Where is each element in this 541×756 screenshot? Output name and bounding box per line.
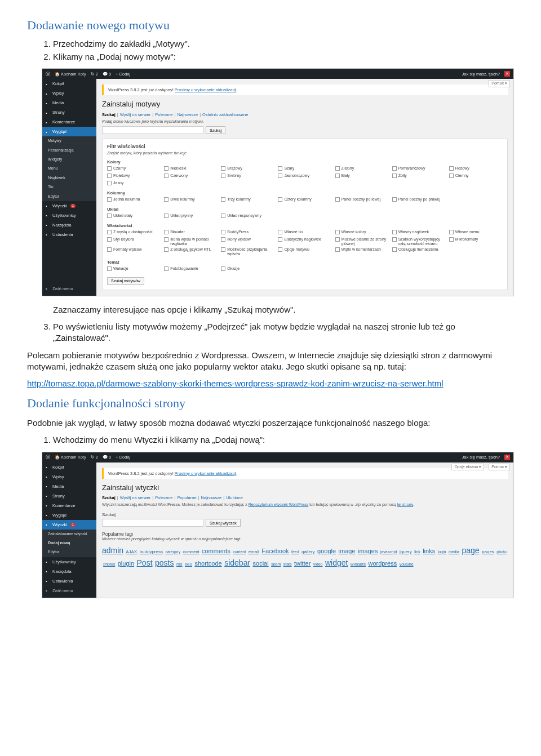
filter-checkbox[interactable]: Srebrny — [221, 174, 274, 180]
sidebar-item[interactable]: Zainstalowane wtyczki — [42, 530, 96, 539]
tag-link[interactable]: posts — [155, 558, 174, 567]
sidebar-item[interactable]: •Wygląd — [42, 127, 96, 136]
filter-checkbox[interactable]: Okazje — [221, 266, 274, 273]
filter-checkbox[interactable]: Własne menu — [449, 230, 503, 236]
filter-checkbox[interactable]: Brązowy — [221, 166, 274, 172]
greeting[interactable]: Jak się masz, tjach? — [462, 72, 500, 77]
comments-icon[interactable]: 💬 0 — [103, 455, 111, 460]
filter-checkbox[interactable]: Dwie kolumny — [164, 197, 218, 203]
search-input[interactable] — [102, 519, 203, 527]
sidebar-item[interactable]: •Wpisy — [42, 472, 96, 482]
tag-link[interactable]: rss — [176, 562, 183, 567]
filter-checkbox[interactable]: Obsługuje tłumaczenia — [392, 247, 446, 256]
filter-checkbox[interactable]: Trzy kolumny — [221, 197, 274, 203]
tag-link[interactable]: admin — [102, 546, 123, 555]
tag-link[interactable]: AJAX — [126, 549, 137, 554]
tag-link[interactable]: content — [233, 550, 246, 554]
filter-checkbox[interactable]: Fotoblogowanie — [164, 266, 218, 273]
tab[interactable]: Ostatnio zaktualizowane — [202, 112, 248, 117]
tag-link[interactable]: jquery — [400, 549, 412, 554]
filter-checkbox[interactable]: Pomarańczowy — [392, 166, 446, 172]
filter-checkbox[interactable]: Własne tło — [278, 230, 331, 236]
filter-checkbox[interactable]: Jasnobrązowy — [278, 174, 331, 180]
tab[interactable]: Popularne — [177, 495, 196, 500]
sidebar-item[interactable]: •Strony — [42, 108, 96, 117]
tag-link[interactable]: category — [165, 550, 180, 554]
sidebar-item[interactable]: •Komentarze — [42, 117, 96, 127]
filter-checkbox[interactable]: Panel boczny po lewej — [335, 197, 389, 203]
upload-link[interactable]: tej strony — [397, 502, 413, 506]
filter-checkbox[interactable]: Wakacje — [107, 266, 161, 273]
wp-logo-icon[interactable]: ⓦ — [46, 72, 50, 77]
filter-checkbox[interactable]: Opcje motywu — [278, 247, 331, 256]
filter-checkbox[interactable]: Jasny — [107, 181, 161, 187]
sidebar-item[interactable]: Motywy — [42, 136, 96, 145]
tag-link[interactable]: youtube — [400, 562, 414, 566]
tag-link[interactable]: media — [449, 550, 459, 554]
filter-checkbox[interactable]: Układ płynny — [164, 214, 218, 220]
sidebar-item[interactable]: •Kokpit — [42, 463, 96, 472]
sidebar-item[interactable]: •Komentarze — [42, 501, 96, 510]
screen-options-tab[interactable]: Opcje ekranu ▾ — [451, 464, 484, 470]
tag-link[interactable]: comment — [183, 550, 199, 554]
sidebar-item[interactable]: •Media — [42, 482, 96, 491]
filter-checkbox[interactable]: Zielony — [335, 166, 389, 172]
sidebar-item[interactable]: •Media — [42, 98, 96, 108]
wp-logo-icon[interactable]: ⓦ — [46, 455, 50, 460]
sidebar-item[interactable]: •Narzędzia — [42, 220, 96, 230]
filter-checkbox[interactable]: Formaty wpisów — [107, 247, 161, 256]
tag-link[interactable]: feed — [291, 550, 299, 554]
tag-link[interactable]: spam — [271, 562, 281, 566]
add-new[interactable]: + Dodaj — [116, 72, 130, 77]
add-new[interactable]: + Dodaj — [116, 455, 130, 460]
tag-link[interactable]: comments — [202, 548, 230, 554]
tag-link[interactable]: wordpress — [368, 560, 397, 567]
filter-checkbox[interactable]: Ikony wpisów — [221, 237, 274, 246]
comments-icon[interactable]: 💬 0 — [103, 72, 111, 77]
help-tab[interactable]: Pomoc ▾ — [489, 80, 510, 87]
search-input[interactable] — [102, 126, 203, 134]
filter-checkbox[interactable]: Możliwe pisanie ze strony głównej — [335, 237, 389, 246]
tag-link[interactable]: Post — [137, 558, 153, 567]
tag-link[interactable]: photos — [103, 562, 115, 566]
sidebar-item[interactable]: •Wtyczki1 — [42, 201, 96, 211]
sidebar-item[interactable]: •Zwiń menu — [42, 586, 96, 595]
tag-link[interactable]: seo — [185, 562, 192, 567]
tag-link[interactable]: Facebook — [261, 548, 289, 554]
sidebar-item[interactable]: Tło — [42, 183, 96, 192]
filter-checkbox[interactable]: Różowy — [449, 166, 503, 172]
search-themes-button[interactable]: Szukaj motywów — [107, 277, 144, 285]
filter-checkbox[interactable]: Układ responsywny — [221, 214, 274, 220]
close-icon[interactable]: ✕ — [504, 455, 510, 460]
sidebar-item[interactable]: •Użytkownicy — [42, 211, 96, 220]
tag-link[interactable]: photo — [496, 550, 507, 554]
tag-link[interactable]: shortcode — [194, 560, 221, 567]
filter-checkbox[interactable]: Wątki w komentarzach — [335, 247, 389, 256]
sidebar-item[interactable]: Edytor — [42, 548, 96, 557]
sidebar-item[interactable]: •Wpisy — [42, 88, 96, 98]
site-name[interactable]: 🏠 Kocham Koty — [55, 455, 86, 460]
filter-checkbox[interactable]: Z myślą o dostępności — [107, 230, 161, 236]
filter-checkbox[interactable]: Żółty — [392, 174, 446, 180]
tag-link[interactable]: links — [423, 548, 435, 554]
tag-link[interactable]: gallery — [301, 549, 315, 554]
sidebar-item[interactable]: •Narzędzia — [42, 567, 96, 576]
filter-checkbox[interactable]: Cztery kolumny — [278, 197, 331, 203]
sidebar-item[interactable]: •Kokpit — [42, 79, 96, 88]
tab[interactable]: Polecane — [155, 495, 172, 500]
tag-link[interactable]: buddypress — [140, 549, 163, 554]
sidebar-item[interactable]: Widgety — [42, 155, 96, 164]
tag-link[interactable]: email — [249, 549, 259, 554]
filter-checkbox[interactable]: Fioletowy — [107, 174, 161, 180]
tag-link[interactable]: javascript — [380, 550, 397, 554]
tab[interactable]: Najnowsze — [177, 112, 198, 117]
filter-checkbox[interactable]: Niebieski — [164, 166, 218, 172]
tag-link[interactable]: stats — [283, 562, 292, 566]
sidebar-item[interactable]: Nagłówek — [42, 174, 96, 183]
filter-checkbox[interactable]: Szablon wykorzystujący całą szerokość ek… — [392, 237, 446, 246]
tag-link[interactable]: login — [438, 550, 446, 554]
sidebar-item[interactable]: •Ustawienia — [42, 576, 96, 586]
sidebar-item[interactable]: •Użytkownicy — [42, 557, 96, 567]
updates-icon[interactable]: ↻ 2 — [91, 455, 98, 460]
tag-link[interactable]: sidebar — [224, 558, 250, 567]
